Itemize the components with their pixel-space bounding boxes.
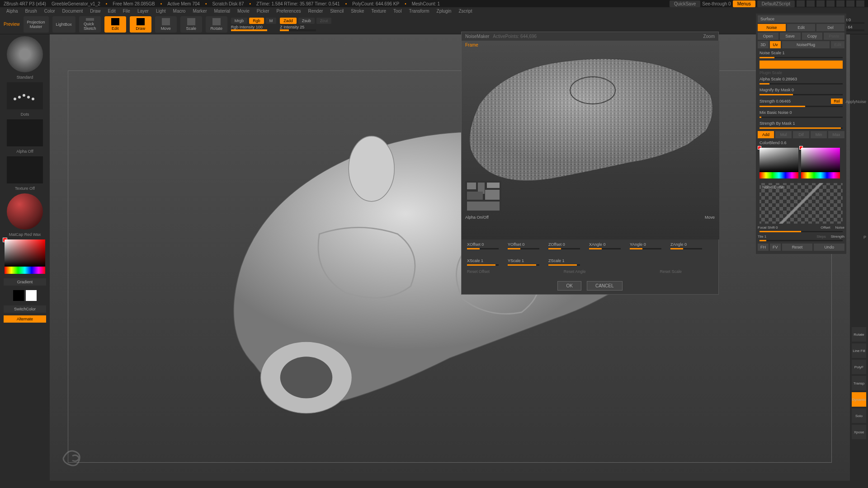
z-intensity-slider[interactable]	[280, 29, 316, 31]
zadd-button[interactable]: Zadd	[280, 18, 297, 24]
zoffset-slider[interactable]: ZOffset 0	[548, 242, 580, 249]
blend-max[interactable]: Max	[828, 131, 844, 138]
menu-file[interactable]: File	[120, 9, 133, 14]
color-picker-1[interactable]	[760, 148, 798, 179]
color-picker-2[interactable]	[801, 148, 840, 179]
xangle-slider[interactable]: XAngle 0	[589, 242, 621, 249]
menu-stroke[interactable]: Stroke	[348, 9, 367, 14]
noise-button[interactable]: Noise	[758, 24, 786, 31]
move-mode-button[interactable]: Move	[155, 16, 177, 33]
color-picker[interactable]	[5, 239, 45, 276]
mix-basic-slider[interactable]	[760, 117, 843, 118]
menu-zscript[interactable]: Zscript	[456, 9, 475, 14]
xoffset-slider[interactable]: XOffset 0	[467, 242, 499, 249]
rotate-mode-button[interactable]: Rotate	[206, 16, 227, 33]
menu-render[interactable]: Render	[306, 9, 326, 14]
blend-min[interactable]: Min	[811, 131, 827, 138]
zangle-slider[interactable]: ZAngle 0	[670, 242, 702, 249]
menus-button[interactable]: Menus	[733, 0, 755, 7]
menu-color[interactable]: Color	[42, 9, 58, 14]
save-button[interactable]: Save	[780, 33, 801, 40]
noise-scale-slider[interactable]	[760, 57, 843, 58]
applynoise-label[interactable]: ApplyNoise	[845, 99, 866, 104]
menu-alpha[interactable]: Alpha	[4, 9, 21, 14]
del-button[interactable]: Del	[816, 24, 844, 31]
reset-offset-button[interactable]: Reset Offset	[467, 269, 490, 274]
quicksketch-button[interactable]: Quick Sketch	[79, 16, 101, 33]
menu-macro[interactable]: Macro	[170, 9, 189, 14]
menu-brush[interactable]: Brush	[23, 9, 40, 14]
layout-icon[interactable]	[797, 0, 805, 7]
reset-button[interactable]: Reset	[782, 244, 813, 251]
rail-dynamic[interactable]: Dynamic	[852, 392, 866, 407]
layout-icon[interactable]	[826, 0, 835, 7]
yscale-slider[interactable]: YScale 1	[508, 258, 539, 266]
brush-preview[interactable]	[7, 36, 43, 72]
rail-linefill[interactable]: Line Fill	[852, 343, 866, 358]
zscale-slider[interactable]: ZScale 1	[548, 258, 580, 266]
menu-layer[interactable]: Layer	[135, 9, 151, 14]
rail-polyf[interactable]: PolyF	[852, 360, 866, 374]
swatch-white[interactable]	[26, 290, 37, 301]
layout-icon[interactable]	[816, 0, 825, 7]
tile-slider[interactable]	[760, 240, 843, 241]
menu-material[interactable]: Material	[212, 9, 233, 14]
zcut-button[interactable]: Zcut	[316, 18, 332, 24]
menu-light[interactable]: Light	[153, 9, 169, 14]
copy-button[interactable]: Copy	[802, 33, 823, 40]
magnify-slider[interactable]	[760, 94, 843, 95]
m-button[interactable]: M	[266, 18, 277, 24]
draw-mode-button[interactable]: Draw	[130, 16, 151, 33]
gradient-button[interactable]: Gradient	[4, 278, 46, 286]
edit-mode-button[interactable]: Edit	[104, 16, 126, 33]
open-button[interactable]: Open	[758, 33, 778, 40]
noise-curve-editor[interactable]: Noise Curve	[760, 183, 843, 224]
focal-slider[interactable]	[760, 231, 843, 232]
main-canvas[interactable]	[50, 34, 850, 481]
noise-preview[interactable]: Frame Alpha On/Off Move	[462, 41, 719, 239]
yoffset-slider[interactable]: YOffset 0	[508, 242, 539, 249]
stroke-preview[interactable]	[7, 82, 43, 109]
ok-button[interactable]: OK	[557, 281, 581, 291]
switchcolor-button[interactable]: SwitchColor	[4, 305, 46, 313]
menu-stencil[interactable]: Stencil	[327, 9, 346, 14]
menu-texture[interactable]: Texture	[368, 9, 389, 14]
cancel-button[interactable]: CANCEL	[587, 281, 623, 291]
texture-preview[interactable]	[7, 156, 43, 183]
minimize-icon[interactable]	[836, 0, 844, 7]
alpha-scale-slider[interactable]	[760, 83, 843, 84]
uv-button[interactable]: Uv	[770, 41, 781, 48]
edit-button[interactable]: Edit	[787, 24, 815, 31]
xscale-slider[interactable]: XScale 1	[467, 258, 499, 266]
material-preview[interactable]	[7, 193, 43, 230]
edit2-button[interactable]: Edit	[831, 41, 844, 48]
reset-angle-button[interactable]: Reset Angle	[564, 269, 586, 274]
reset-scale-button[interactable]: Reset Scale	[660, 269, 682, 274]
move-label[interactable]: Move	[705, 215, 715, 220]
rgb-intensity-slider[interactable]	[231, 29, 267, 31]
menu-transform[interactable]: Transform	[406, 9, 432, 14]
noiseplug-button[interactable]: NoisePlug	[782, 41, 830, 48]
seethrough-slider[interactable]: See-through 0	[702, 1, 731, 6]
yangle-slider[interactable]: YAngle 0	[630, 242, 661, 249]
blend-mul[interactable]: Mul	[775, 131, 792, 138]
strength-slider[interactable]	[760, 106, 843, 107]
alpha-toggle-label[interactable]: Alpha On/Off	[465, 215, 489, 220]
menu-picker[interactable]: Picker	[254, 9, 272, 14]
fv-button[interactable]: FV	[770, 244, 781, 251]
scale-mode-button[interactable]: Scale	[180, 16, 202, 33]
paste-button[interactable]: Paste	[824, 33, 844, 40]
layout-icon[interactable]	[807, 0, 815, 7]
lightbox-button[interactable]: LightBox	[52, 16, 75, 33]
undo-button[interactable]: Undo	[814, 244, 844, 251]
surface-header[interactable]: Surface	[758, 15, 844, 23]
rail-xpose[interactable]: Xpose	[852, 425, 866, 439]
menu-draw[interactable]: Draw	[87, 9, 103, 14]
maximize-icon[interactable]	[846, 0, 854, 7]
zoom-handle-icon[interactable]: Zoom	[703, 34, 715, 39]
swatch-black[interactable]	[13, 290, 24, 301]
rail-rotate[interactable]: Rotate	[852, 327, 866, 342]
defaultzscript-button[interactable]: DefaultZScript	[757, 0, 795, 7]
menu-preferences[interactable]: Preferences	[274, 9, 304, 14]
alpha-preview[interactable]	[7, 119, 43, 146]
